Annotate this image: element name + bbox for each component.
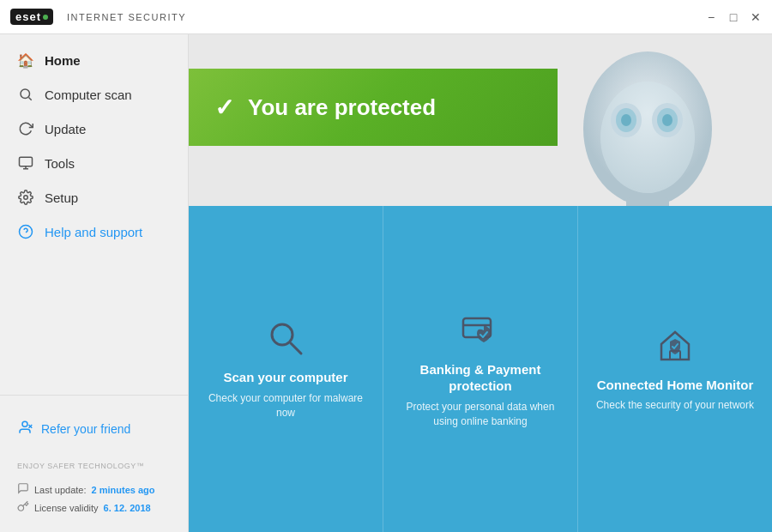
svg-rect-2 [20, 157, 33, 166]
footer-info: Last update: 2 minutes ago License valid… [0, 474, 188, 523]
svg-point-27 [272, 324, 293, 345]
sidebar-label-tools: Tools [45, 156, 75, 171]
sidebar-item-update[interactable]: Update [0, 112, 188, 146]
help-icon [17, 223, 34, 240]
svg-line-1 [28, 97, 31, 100]
protected-banner: ✓ You are protected [189, 34, 772, 206]
sidebar-label-scan: Computer scan [45, 88, 132, 102]
sidebar-bottom: Refer your friend [0, 395, 188, 453]
banking-card-title: Banking & Payment protection [401, 361, 560, 395]
sidebar-label-help: Help and support [45, 225, 142, 239]
maximize-button[interactable]: □ [726, 9, 741, 25]
card-shield-icon [460, 310, 501, 351]
protected-text: You are protected [248, 94, 436, 121]
scan-card-title: Scan your computer [223, 369, 347, 386]
license-label: License validity [34, 503, 99, 513]
banking-card-desc: Protect your personal data when using on… [401, 400, 560, 429]
enjoy-text: ENJOY SAFER TECHNOLOGY™ [0, 453, 188, 474]
svg-point-17 [621, 114, 631, 126]
last-update-label: Last update: [34, 485, 87, 495]
magnifier-icon [265, 317, 306, 359]
sidebar-item-help[interactable]: Help and support [0, 215, 188, 249]
close-button[interactable]: ✕ [748, 9, 763, 25]
sidebar: 🏠 Home Computer scan Update [0, 34, 189, 532]
svg-line-28 [291, 343, 301, 354]
eset-logo-dot [43, 15, 48, 20]
license-row: License validity 6. 12. 2018 [17, 500, 171, 515]
svg-point-5 [24, 196, 28, 200]
sidebar-nav: 🏠 Home Computer scan Update [0, 43, 188, 395]
key-icon [17, 500, 29, 515]
home-monitor-card-desc: Check the security of your network [596, 398, 754, 413]
window-controls: − □ ✕ [703, 9, 763, 25]
feature-cards-section: Scan your computer Check your computer f… [189, 206, 772, 532]
sidebar-item-setup[interactable]: Setup [0, 180, 188, 215]
scan-computer-card[interactable]: Scan your computer Check your computer f… [189, 206, 383, 532]
svg-point-0 [21, 89, 30, 99]
license-value: 6. 12. 2018 [104, 503, 151, 513]
chat-icon [17, 482, 29, 497]
refer-friend-button[interactable]: Refer your friend [0, 413, 188, 444]
app-logo: eset INTERNET SECURITY [10, 9, 186, 25]
sidebar-label-update: Update [45, 122, 86, 136]
scan-icon [17, 86, 34, 103]
content-area: ✓ You are protected Scan your computer C… [189, 34, 772, 532]
svg-point-8 [22, 421, 27, 426]
banking-card[interactable]: Banking & Payment protection Protect you… [383, 206, 578, 532]
app-title: INTERNET SECURITY [67, 12, 186, 22]
home-monitor-card[interactable]: Connected Home Monitor Check the securit… [578, 206, 772, 532]
sidebar-item-tools[interactable]: Tools [0, 146, 188, 180]
setup-icon [17, 189, 34, 206]
refer-icon [17, 420, 33, 438]
svg-rect-19 [626, 197, 669, 206]
check-icon: ✓ [214, 94, 234, 122]
minimize-button[interactable]: − [703, 9, 719, 25]
refer-friend-label: Refer your friend [41, 422, 130, 436]
sidebar-item-scan[interactable]: Computer scan [0, 77, 188, 112]
sidebar-item-home[interactable]: 🏠 Home [0, 43, 188, 77]
home-icon: 🏠 [17, 51, 34, 69]
main-layout: 🏠 Home Computer scan Update [0, 34, 772, 532]
tools-icon [17, 154, 34, 172]
home-monitor-card-title: Connected Home Monitor [597, 377, 754, 394]
svg-point-18 [662, 114, 672, 126]
sidebar-label-setup: Setup [45, 190, 78, 205]
scan-card-desc: Check your computer for malware now [206, 391, 365, 420]
home-shield-icon [654, 325, 696, 366]
svg-point-12 [600, 82, 695, 193]
last-update-value: 2 minutes ago [92, 485, 155, 495]
eset-logo-text: eset [15, 10, 41, 23]
protected-status-bar: ✓ You are protected [189, 69, 558, 146]
titlebar: eset INTERNET SECURITY − □ ✕ [0, 0, 772, 34]
last-update-row: Last update: 2 minutes ago [17, 482, 171, 497]
update-icon [17, 120, 34, 137]
sidebar-label-home: Home [45, 53, 81, 68]
eset-logo-badge: eset [10, 9, 53, 25]
